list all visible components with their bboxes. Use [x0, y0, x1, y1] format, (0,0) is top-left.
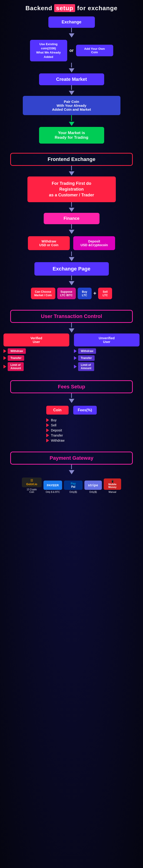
verified-transfer-label: Transfer	[8, 355, 24, 361]
or-row: Use Existing coin(2336) What We Already …	[3, 40, 140, 61]
arrow-transfer	[46, 434, 49, 437]
verified-withdraw-label: Withdraw	[8, 348, 26, 354]
payeer-logo: PAYEER	[44, 480, 62, 490]
stripe-logo: stripe	[85, 480, 102, 490]
arrow-right-verified-3	[3, 365, 6, 368]
payment-gateway-header: Payment Gateway	[10, 452, 133, 465]
arrow-10	[69, 329, 74, 333]
coin-withdraw-item: Withdraw	[46, 439, 69, 442]
user-transaction-header: User Transaction Control	[10, 310, 133, 323]
fees-pct-box: Fees(%)	[73, 406, 97, 414]
plus-sign: +	[93, 290, 96, 297]
connector-5	[71, 166, 72, 170]
connector-9	[71, 276, 72, 280]
pair-coin-box: Pair Coin With Your Already Added Coin a…	[23, 96, 120, 115]
unverified-transfer-item: Transfer	[74, 355, 140, 361]
arrow-right-unverified-3	[74, 365, 77, 368]
create-market-box: Create Market	[39, 73, 104, 85]
arrow-right-verified-2	[3, 356, 6, 360]
arrow-9	[69, 281, 74, 285]
unverified-limit-label: Limit of Amount	[78, 362, 94, 371]
connector-10	[71, 323, 72, 328]
title-suffix: for exchange	[75, 5, 117, 11]
finance-box: Finance	[44, 213, 99, 224]
connector-6	[71, 202, 72, 207]
registration-box: For Trading First do Registration as a C…	[27, 177, 116, 203]
or-text: or	[70, 48, 74, 53]
arrow-11	[69, 399, 74, 403]
connector-12	[71, 465, 72, 469]
unverified-limit-item: Limit of Amount	[74, 362, 140, 371]
connector-7	[71, 224, 72, 229]
frontend-exchange-header: Frontend Exchange	[10, 153, 133, 166]
verified-transfer-item: Transfer	[3, 355, 69, 361]
arrow-withdraw	[46, 439, 49, 442]
add-own-coin-box: Add Your Own Coin	[76, 45, 113, 56]
arrow-5	[69, 172, 74, 176]
gourl-logo: ☷ GoUrl.io	[22, 477, 42, 487]
coin-sell-item: Sell	[46, 423, 69, 427]
mobile-money-label: Manual	[109, 491, 116, 493]
unverified-transfer-label: Transfer	[78, 355, 95, 361]
coin-deposit-item: Deposit	[46, 429, 69, 432]
deposit-box: Deposit USD &Cryptocoin	[73, 236, 115, 250]
verified-list: Withdraw Transfer Limit of Amount	[3, 348, 69, 371]
arrow-buy	[46, 418, 49, 422]
connector-4	[71, 115, 72, 121]
coin-transfer-item: Transfer	[46, 434, 69, 437]
mobile-money-item: 📱 Mobile Money Manual	[104, 478, 121, 493]
payment-gateways-row: ☷ GoUrl.io 13 CryptoCoin PAYEER Only $ &…	[3, 477, 140, 493]
withdraw-box: Withdraw USD or Coin	[28, 236, 70, 250]
title-highlight: setup	[54, 4, 75, 12]
paypal-label: Only($)	[70, 491, 77, 493]
verified-col: Verified User Withdraw Transfer Limit of…	[3, 334, 69, 371]
arrow-4	[69, 122, 74, 126]
unverified-withdraw-item: Withdraw	[74, 348, 140, 354]
coin-box: Coin	[46, 406, 69, 414]
finance-branch: Withdraw USD or Coin Deposit USD &Crypto…	[3, 236, 140, 250]
connector-11	[71, 393, 72, 398]
arrow-right-verified-1	[3, 349, 6, 353]
connector-1	[71, 28, 72, 32]
gourl-label: 13 CryptoCoin	[27, 488, 37, 493]
unverified-list: Withdraw Transfer Limit of Amount	[74, 348, 140, 371]
arrow-6	[69, 208, 74, 212]
payeer-label: Only $ & BTC	[46, 491, 60, 493]
arrow-2	[69, 68, 74, 72]
buy-ltc-item: Buy LTC	[78, 288, 92, 299]
mobile-money-logo: 📱 Mobile Money	[104, 478, 121, 490]
suppose-ltc-item: Suppose LTC /BTC	[57, 288, 76, 299]
exchange-box: Exchange	[48, 17, 95, 28]
paypal-item: PayPal Only($)	[64, 480, 82, 493]
connector-8	[71, 251, 72, 256]
use-existing-coin-box: Use Existing coin(2336) What We Already …	[30, 40, 67, 61]
unverified-withdraw-label: Withdraw	[78, 348, 96, 354]
choose-market-coin-item: Can Choose Market / Coin	[31, 288, 55, 299]
connector-2	[71, 63, 72, 67]
connector-3	[71, 85, 72, 90]
verified-withdraw-item: Withdraw	[3, 348, 69, 354]
ready-trading-box: Your Market is Ready for Trading	[39, 127, 104, 144]
coin-buy-item: Buy	[46, 418, 69, 422]
exchange-page-box: Exchange Page	[34, 262, 109, 276]
paypal-logo: PayPal	[64, 480, 82, 490]
unverified-col: Unverified User Withdraw Transfer Limit …	[74, 334, 140, 371]
fees-row: Coin Buy Sell Deposit Transfer	[3, 406, 140, 442]
coin-items-list: Buy Sell Deposit Transfer Withdraw	[46, 418, 69, 442]
arrow-right-unverified-2	[74, 356, 77, 360]
fees-pct-col: Fees(%)	[73, 406, 97, 414]
transaction-row: Verified User Withdraw Transfer Limit of…	[3, 334, 140, 371]
title-prefix: Backend	[25, 5, 54, 11]
gourl-item: ☷ GoUrl.io 13 CryptoCoin	[22, 477, 42, 493]
arrow-right-unverified-1	[74, 349, 77, 353]
exchange-items-row: Can Choose Market / Coin Suppose LTC /BT…	[3, 288, 140, 299]
stripe-label: Only($)	[89, 491, 97, 493]
coin-col: Coin Buy Sell Deposit Transfer	[46, 406, 69, 442]
fees-setup-header: Fees Setup	[10, 380, 133, 393]
verified-limit-item: Limit of Amount	[3, 362, 69, 371]
unverified-user-box: Unverified User	[74, 334, 140, 346]
arrow-3	[69, 91, 74, 95]
arrow-7	[69, 230, 74, 234]
arrow-deposit	[46, 429, 49, 432]
page-title: Backend setup for exchange	[25, 5, 117, 12]
